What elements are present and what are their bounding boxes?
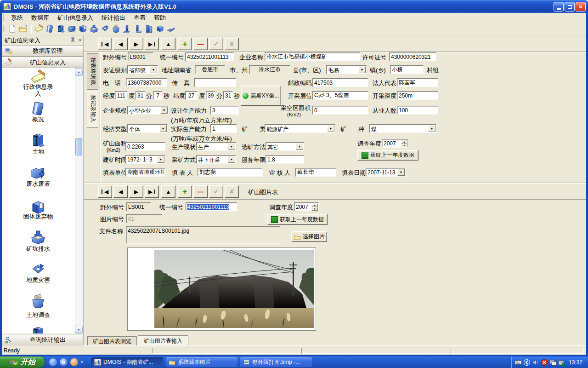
partial-building-icon[interactable] <box>30 325 46 334</box>
open-folder-icon[interactable] <box>18 23 28 34</box>
quick-launch-more-icon[interactable]: » <box>80 358 84 365</box>
mining-method-dropdown[interactable]: 井下开采▼ <box>196 155 236 164</box>
postcode-input[interactable] <box>312 78 368 87</box>
sidebar-item-land-survey[interactable]: 土地调查 <box>2 311 74 318</box>
tray-arrow-icon[interactable] <box>30 229 46 246</box>
pin-icon[interactable] <box>70 36 77 43</box>
menu-statistics-output[interactable]: 统计输出 <box>97 13 130 23</box>
form-date-dropdown[interactable]: 2007-11-13▼ <box>366 168 406 177</box>
spin-down-icon[interactable]: ▼ <box>311 207 318 211</box>
sidebar-item-land[interactable]: 土地 <box>2 148 74 155</box>
land-survey-icon[interactable] <box>111 23 121 34</box>
sidebar-item-geo-hazard[interactable]: 地质灾害 <box>2 276 74 283</box>
goaf-area-input[interactable] <box>312 106 368 115</box>
enterprise-name-input[interactable] <box>265 52 360 61</box>
select-picture-button[interactable]: 选择图片 <box>291 231 327 242</box>
mining-depth-input[interactable] <box>397 91 438 100</box>
scroll-down-icon[interactable]: ▼ <box>75 326 83 334</box>
sidebar-close-icon[interactable]: × <box>77 36 84 43</box>
chevron-down-icon[interactable]: ▼ <box>159 125 167 132</box>
sidebar-group-query-output[interactable]: 查询统计输出 <box>2 334 83 345</box>
spinner-buttons[interactable]: ▲▼ <box>311 203 318 210</box>
chevron-down-icon[interactable]: ▼ <box>160 107 168 114</box>
employees-input[interactable] <box>397 106 438 115</box>
geo-hazard-icon[interactable] <box>100 23 110 34</box>
quick-launch-msn-icon[interactable] <box>49 358 57 366</box>
mine-kind-dropdown[interactable]: 煤▼ <box>369 124 436 133</box>
column-icon[interactable] <box>122 23 132 34</box>
file-name-box[interactable]: 4325022007LS00101.jpg <box>126 226 280 244</box>
fax-input[interactable] <box>194 78 236 87</box>
sidebar-item-admin-entry[interactable]: 行政信息录入 <box>2 83 74 97</box>
beneficiation-dropdown[interactable]: 其它▼ <box>266 142 304 151</box>
license-no-input[interactable] <box>389 52 436 61</box>
longitude-deg-input[interactable] <box>115 91 127 100</box>
tab-picture-browse[interactable]: 矿山图片表浏览 <box>87 336 137 346</box>
latitude-min-input[interactable] <box>206 91 215 100</box>
cube-ring-icon[interactable] <box>30 261 46 278</box>
lf-survey-year-spinner[interactable]: 2007▲▼ <box>294 202 319 211</box>
chevron-down-icon[interactable]: ▼ <box>157 156 164 163</box>
drive-run-icon[interactable] <box>558 359 565 366</box>
new-document-icon[interactable] <box>7 23 17 34</box>
speaker-icon[interactable] <box>532 359 539 366</box>
production-status-dropdown[interactable]: 生产▼ <box>196 142 236 151</box>
chevron-down-icon[interactable]: ▼ <box>397 169 405 176</box>
gauss-xy-button[interactable]: 高斯XY坐... <box>241 86 281 106</box>
notebook-icon[interactable] <box>30 100 46 117</box>
antivirus-shield-icon[interactable] <box>541 359 548 366</box>
quick-launch-clock-icon[interactable] <box>70 358 78 366</box>
lf-unified-code-input[interactable]: 43250211001113 <box>186 202 237 211</box>
sidebar-group-mine-entry[interactable]: 矿山信息录入 <box>2 57 83 68</box>
form-person-input[interactable] <box>198 168 263 177</box>
minimize-button[interactable] <box>554 2 564 12</box>
taskbar-window-screenshots[interactable]: 系统截图图片 <box>166 357 237 367</box>
spinner-buttons[interactable]: ▲▼ <box>401 140 407 147</box>
taskbar-window-dmgis[interactable]: DMGIS - 湖南省矿... <box>91 357 163 367</box>
menu-system[interactable]: 系统 <box>7 13 27 23</box>
folder-arrow-icon[interactable] <box>30 165 46 181</box>
nav2-delete-button[interactable]: — <box>193 185 208 198</box>
nav1-top-button[interactable]: ▲ <box>161 38 175 50</box>
archive-box-icon[interactable] <box>155 23 165 34</box>
nav2-prev-button[interactable]: ◀ <box>113 185 128 198</box>
chevron-down-icon[interactable]: ▼ <box>296 143 303 150</box>
phone-input[interactable] <box>126 78 167 87</box>
latitude-deg-input[interactable] <box>185 91 198 100</box>
chevron-down-icon[interactable]: ▼ <box>428 125 435 132</box>
spin-up-icon[interactable]: ▲ <box>311 203 318 207</box>
service-years-input[interactable] <box>266 155 304 164</box>
nav1-delete-button[interactable]: — <box>193 38 208 50</box>
sidebar-scrollbar[interactable]: ▲ ▼ <box>75 68 83 334</box>
building-icon[interactable] <box>30 132 46 149</box>
start-button[interactable]: 开始 <box>0 356 45 368</box>
lf-field-code-input[interactable] <box>126 202 151 211</box>
network-monitor-icon[interactable] <box>549 359 557 366</box>
ruler-icon[interactable] <box>133 23 143 34</box>
nav1-first-button[interactable]: ◀ <box>98 38 112 50</box>
tab-browse-by-table[interactable]: 按表格浏览 <box>87 53 98 88</box>
sidebar-item-pit-drainage[interactable]: 矿坑排水 <box>2 245 74 252</box>
survey-year-spinner[interactable]: 2007▲▼ <box>382 139 408 148</box>
keyboard-icon[interactable] <box>514 359 522 366</box>
menu-database[interactable]: 数据库 <box>27 13 53 23</box>
town-input[interactable] <box>390 65 424 74</box>
get-prev-year-button[interactable]: ←获取上一年度数据 <box>357 150 418 161</box>
nav1-next-button[interactable]: ▶ <box>129 38 143 50</box>
mining-layer-input[interactable] <box>312 91 368 100</box>
mine-class-dropdown[interactable]: 能源矿产▼ <box>265 124 335 133</box>
nav1-post-button[interactable]: ✔ <box>209 38 223 50</box>
nav1-add-button[interactable]: + <box>178 38 192 50</box>
spin-up-icon[interactable]: ▲ <box>401 140 407 144</box>
chevron-down-icon[interactable]: ▼ <box>228 156 235 163</box>
close-button[interactable]: × <box>576 2 586 12</box>
license-level-dropdown[interactable]: 省部级▼ <box>127 65 158 74</box>
export-arrow-icon[interactable] <box>166 23 176 34</box>
restore-button[interactable] <box>565 2 575 12</box>
chevron-down-icon[interactable]: ▼ <box>327 125 334 132</box>
lf-get-prev-year-button[interactable]: ←获取上一年度数据 <box>267 214 328 225</box>
pit-drainage-icon[interactable] <box>89 23 99 34</box>
nav2-add-button[interactable]: + <box>178 185 192 198</box>
nav2-top-button[interactable]: ▲ <box>161 185 175 198</box>
scroll-up-icon[interactable]: ▲ <box>75 68 83 76</box>
